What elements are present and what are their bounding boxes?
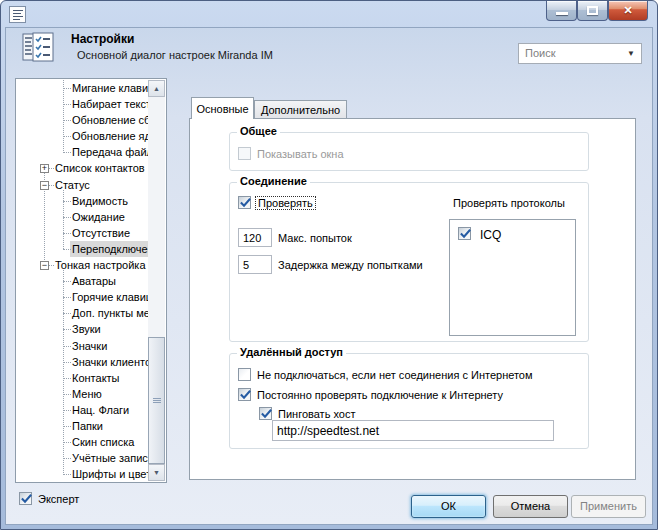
- always-check-checkbox[interactable]: [238, 388, 251, 401]
- protocol-icq-checkbox[interactable]: [458, 227, 471, 240]
- ping-host-input[interactable]: [272, 420, 554, 441]
- expert-checkbox[interactable]: [19, 492, 32, 505]
- protocol-icq-label: ICQ: [480, 228, 501, 242]
- thumb-grip: [153, 398, 161, 399]
- apply-button-disabled: Применить: [571, 495, 646, 518]
- no-connect-label[interactable]: Не подключаться, если нет соединения с И…: [257, 369, 533, 381]
- search-combobox[interactable]: Поиск ▼: [518, 43, 642, 64]
- expert-label[interactable]: Эксперт: [38, 493, 79, 505]
- tree-item[interactable]: Ожидание: [16, 209, 148, 225]
- options-icon: [20, 29, 56, 65]
- tree-item[interactable]: Передача файлов: [16, 144, 148, 160]
- tree-item-selected[interactable]: Переподключение: [16, 241, 148, 257]
- tree-item[interactable]: Мигание клавиату: [16, 80, 148, 96]
- tree-item-expandable[interactable]: −Тонкая настройка: [16, 257, 148, 273]
- always-check-label[interactable]: Постоянно проверять подключение к Интерн…: [257, 389, 503, 401]
- minimize-icon: [556, 12, 568, 15]
- tree-item[interactable]: Скин списка: [16, 434, 148, 450]
- protocols-label: Проверять протоколы: [453, 197, 565, 209]
- tab-advanced[interactable]: Дополнительно: [254, 100, 347, 118]
- no-connect-checkbox[interactable]: [238, 368, 251, 381]
- tree-item[interactable]: Аватары: [16, 273, 148, 289]
- scroll-up-icon[interactable]: ▲: [148, 80, 165, 97]
- chevron-down-icon: ▼: [627, 49, 635, 58]
- tree-item-expandable[interactable]: −Статус: [16, 177, 148, 193]
- ok-button[interactable]: ОК: [411, 495, 486, 518]
- close-icon: ✕: [609, 1, 647, 19]
- group-general-title: Общее: [237, 125, 280, 137]
- tree-item[interactable]: Видимость: [16, 193, 148, 209]
- protocols-listbox[interactable]: ICQ: [449, 219, 576, 336]
- max-retries-label: Макс. попыток: [278, 232, 352, 244]
- settings-window: ✕ Настройки Основной диалог настроек Mir…: [0, 0, 658, 530]
- check-connection-checkbox[interactable]: [238, 196, 251, 209]
- check-connection-label[interactable]: Проверять: [256, 197, 315, 209]
- minimize-button[interactable]: [546, 1, 577, 21]
- retry-delay-input[interactable]: [238, 255, 272, 274]
- tree-rows: Мигание клавиату Набирает текст Обновлен…: [16, 80, 148, 481]
- show-windows-label: Показывать окна: [257, 148, 344, 160]
- expand-plus-icon[interactable]: +: [40, 164, 49, 173]
- tree-item[interactable]: Обновление сборк: [16, 112, 148, 128]
- tree-item[interactable]: Горячие клавиши: [16, 289, 148, 305]
- tree-item[interactable]: Контакты: [16, 370, 148, 386]
- scrollbar-thumb[interactable]: [148, 337, 165, 464]
- collapse-minus-icon[interactable]: −: [40, 261, 49, 270]
- tree-item[interactable]: Меню: [16, 386, 148, 402]
- ping-host-checkbox[interactable]: [259, 407, 272, 420]
- settings-tree-panel: Мигание клавиату Набирает текст Обновлен…: [15, 78, 167, 483]
- collapse-minus-icon[interactable]: −: [40, 181, 49, 190]
- search-placeholder: Поиск: [525, 47, 555, 59]
- scroll-down-icon[interactable]: ▼: [148, 464, 165, 481]
- tree-item[interactable]: Шрифты и цвета: [16, 466, 148, 481]
- tree-item[interactable]: Доп. пункты меню: [16, 305, 148, 321]
- tree-item[interactable]: Папки: [16, 418, 148, 434]
- maximize-button[interactable]: [577, 1, 608, 21]
- page-title: Настройки: [71, 32, 134, 46]
- group-connection-title: Соединение: [237, 175, 310, 187]
- tree-item[interactable]: Значки клиентов: [16, 354, 148, 370]
- cancel-button[interactable]: Отмена: [493, 495, 568, 518]
- tree-item[interactable]: Звуки: [16, 321, 148, 337]
- tab-main[interactable]: Основные: [191, 97, 254, 119]
- tree-item[interactable]: Значки: [16, 338, 148, 354]
- tree-item[interactable]: Отсутствие: [16, 225, 148, 241]
- retry-delay-label: Задержка между попытками: [278, 259, 423, 271]
- show-windows-checkbox: [238, 147, 251, 160]
- tree-item[interactable]: Нац. Флаги: [16, 402, 148, 418]
- max-retries-input[interactable]: [238, 228, 272, 247]
- tree-item[interactable]: Обновление ядра: [16, 128, 148, 144]
- tree-item[interactable]: Набирает текст: [16, 96, 148, 112]
- close-button[interactable]: ✕: [608, 1, 648, 21]
- tree-item[interactable]: Учётные записи: [16, 450, 148, 466]
- tree-item-expandable[interactable]: +Список контактов: [16, 160, 148, 176]
- maximize-icon: [587, 6, 598, 15]
- page-subtitle: Основной диалог настроек Miranda IM: [77, 49, 273, 61]
- tree-scrollbar[interactable]: ▲ ▼: [148, 80, 165, 481]
- window-titlebar-icon: [9, 6, 26, 23]
- ping-host-label[interactable]: Пинговать хост: [278, 408, 355, 420]
- group-remote-access-title: Удалённый доступ: [237, 346, 346, 358]
